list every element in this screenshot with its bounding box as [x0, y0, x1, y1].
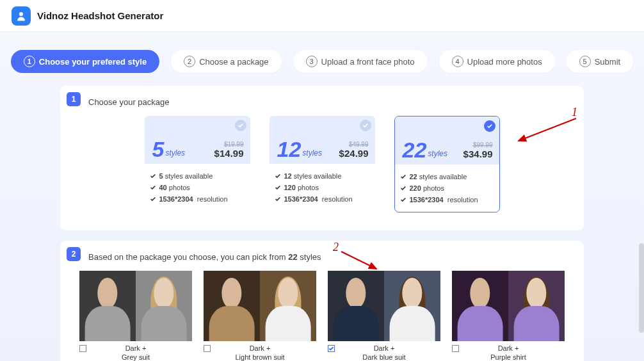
- section-badge: 1: [67, 92, 81, 106]
- step-number: 3: [306, 56, 318, 67]
- step-upload-front[interactable]: 3 Upload a front face photo: [293, 50, 428, 73]
- package-old-price: $19.99: [214, 141, 244, 148]
- package-old-price: $49.99: [339, 141, 369, 148]
- package-styles-label: styles: [428, 149, 447, 158]
- styles-subtitle: Based on the package you choose, you can…: [88, 252, 568, 262]
- package-22-styles[interactable]: 22 styles $99.99 $34.99 22 styles availa…: [394, 116, 500, 213]
- step-choose-package[interactable]: 2 Choose a package: [171, 50, 281, 73]
- style-checkbox[interactable]: [328, 345, 335, 352]
- steps-nav: 1 Choose your prefered style 2 Choose a …: [0, 50, 644, 73]
- package-count: 5: [152, 138, 165, 160]
- package-old-price: $99.99: [463, 141, 493, 148]
- section-badge: 2: [67, 247, 81, 261]
- style-thumbnail: [79, 271, 192, 341]
- step-label: Upload more photos: [467, 57, 542, 67]
- package-count: 12: [277, 138, 302, 160]
- package-new-price: $14.99: [214, 148, 244, 159]
- styles-section: 2 Based on the package you choose, you c…: [60, 241, 584, 361]
- section-title: Choose your package: [88, 97, 568, 107]
- style-grey-suit[interactable]: Dark +Grey suit: [79, 271, 192, 361]
- logo-icon: [12, 6, 31, 26]
- step-number: 5: [579, 56, 591, 67]
- style-label: Dark +Purple shirt: [490, 344, 526, 361]
- style-thumbnail: [204, 271, 316, 341]
- scrollbar-thumb[interactable]: [639, 243, 644, 333]
- style-dark-blue-suit[interactable]: Dark +Dark blue suit: [328, 271, 440, 361]
- step-label: Upload a front face photo: [321, 57, 415, 67]
- package-new-price: $24.99: [339, 148, 369, 159]
- package-12-styles[interactable]: 12 styles $49.99 $24.99 12 styles availa…: [270, 116, 375, 213]
- package-count: 22: [403, 139, 427, 161]
- step-upload-more[interactable]: 4 Upload more photos: [439, 50, 555, 73]
- step-number: 4: [452, 56, 463, 67]
- app-title: Vidnoz Headshot Generator: [37, 10, 163, 21]
- step-label: Choose a package: [199, 57, 268, 67]
- package-5-styles[interactable]: 5 styles $19.99 $14.99 5 styles availabl…: [145, 116, 250, 213]
- style-label: Dark +Grey suit: [122, 344, 150, 361]
- package-new-price: $34.99: [463, 148, 493, 159]
- step-label: Submit: [595, 57, 620, 67]
- styles-list: Dark +Grey suit Dark +Light brown suit D…: [76, 271, 568, 361]
- style-checkbox[interactable]: [452, 345, 459, 352]
- step-number: 2: [184, 56, 195, 67]
- package-list: 5 styles $19.99 $14.99 5 styles availabl…: [76, 116, 568, 213]
- style-light-brown-suit[interactable]: Dark +Light brown suit: [204, 271, 316, 361]
- package-features: 12 styles available 120 photos 1536*2304…: [270, 164, 375, 211]
- style-label: Dark +Dark blue suit: [362, 344, 405, 361]
- step-number: 1: [24, 56, 35, 67]
- check-icon: [484, 120, 495, 132]
- package-features: 22 styles available 220 photos 1536*2304…: [395, 164, 499, 212]
- top-bar: Vidnoz Headshot Generator: [0, 0, 644, 32]
- style-thumbnail: [328, 271, 440, 341]
- step-label: Choose your prefered style: [39, 57, 147, 67]
- svg-point-0: [19, 12, 23, 16]
- style-checkbox[interactable]: [204, 345, 211, 352]
- package-section: 1 Choose your package 5 styles $19.99 $1…: [60, 86, 584, 230]
- package-styles-label: styles: [302, 148, 322, 157]
- step-submit[interactable]: 5 Submit: [567, 50, 633, 73]
- style-purple-shirt[interactable]: Dark +Purple shirt: [452, 271, 565, 361]
- style-label: Dark +Light brown suit: [235, 344, 284, 361]
- style-thumbnail: [452, 271, 565, 341]
- check-icon: [235, 120, 246, 131]
- scrollbar[interactable]: [639, 243, 644, 358]
- style-checkbox[interactable]: [79, 345, 86, 352]
- package-styles-label: styles: [165, 148, 185, 157]
- step-choose-style[interactable]: 1 Choose your prefered style: [11, 50, 159, 73]
- check-icon: [360, 120, 371, 131]
- package-features: 5 styles available 40 photos 1536*2304 r…: [145, 164, 250, 211]
